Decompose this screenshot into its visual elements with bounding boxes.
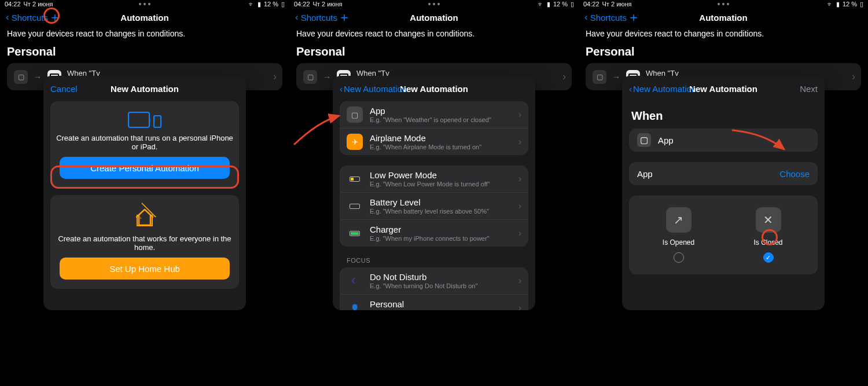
trigger-group-2: Low Power ModeE.g. "When Low Power Mode …: [340, 166, 528, 247]
app-row: ▢ App: [629, 128, 818, 152]
open-icon: ↗: [666, 207, 692, 233]
next-button[interactable]: Next: [800, 84, 818, 94]
app-label: App: [658, 135, 674, 145]
nav-bar: ‹Shortcuts ＋ Automation: [0, 8, 289, 27]
back-shortcuts[interactable]: ‹Shortcuts: [6, 12, 48, 23]
cancel-button[interactable]: Cancel: [50, 84, 78, 94]
app-trigger-modal: ‹New Automation New Automation Next When…: [622, 76, 825, 310]
chevron-right-icon: ›: [518, 109, 521, 120]
back-shortcuts[interactable]: ‹Shortcuts: [295, 12, 337, 23]
chevron-left-icon: ‹: [340, 84, 343, 94]
back-shortcuts[interactable]: ‹Shortcuts: [584, 12, 627, 23]
moon-icon: ☾: [347, 273, 363, 289]
add-automation-button[interactable]: ＋: [627, 11, 640, 24]
trigger-low-power[interactable]: Low Power ModeE.g. "When Low Power Mode …: [340, 166, 528, 193]
closed-radio[interactable]: [763, 252, 774, 263]
nav-bar: ‹Shortcuts ＋ Automation: [289, 8, 579, 27]
home-automation-card: Create an automation that works for ever…: [50, 195, 239, 289]
panel-2: 04:22Чт 2 июня ᯤ▮12 %▯ ‹Shortcuts ＋ Auto…: [289, 0, 579, 386]
home-desc: Create an automation that works for ever…: [56, 234, 233, 252]
modal-title: New Automation: [400, 84, 468, 94]
trigger-group-1: ▢ AppE.g. "When "Weather" is opened or c…: [340, 101, 528, 155]
choose-button[interactable]: Choose: [779, 169, 810, 179]
page-subtitle: Have your devices react to changes in co…: [0, 27, 289, 43]
arrow-icon: →: [34, 72, 42, 82]
when-header: When: [622, 101, 825, 128]
wifi-icon: ᯤ: [538, 1, 544, 8]
placeholder-icon: ▢: [14, 70, 28, 84]
page-title: Automation: [410, 13, 458, 23]
trigger-battery-level[interactable]: Battery LevelE.g. "When battery level ri…: [340, 193, 528, 220]
status-bar: 04:22Чт 2 июня ᯤ▮12 %▯: [579, 0, 868, 8]
devices-icon: [56, 112, 233, 128]
open-close-toggle: ↗ Is Opened ✕ Is Closed: [629, 196, 818, 274]
create-personal-automation-button[interactable]: Create Personal Automation: [60, 157, 230, 179]
nav-bar: ‹Shortcuts ＋ Automation: [579, 8, 868, 27]
trigger-airplane[interactable]: ✈ Airplane ModeE.g. "When Airplane Mode …: [340, 128, 528, 155]
home-icon: [133, 205, 156, 229]
chevron-right-icon: ›: [273, 71, 277, 83]
back-button[interactable]: ‹New Automation: [340, 84, 407, 94]
close-icon: ✕: [756, 207, 781, 233]
panel-3: 04:22Чт 2 июня ᯤ▮12 %▯ ‹Shortcuts ＋ Auto…: [579, 0, 868, 386]
opened-radio[interactable]: [674, 252, 684, 263]
airplane-icon: ✈: [347, 134, 363, 150]
chevron-left-icon: ‹: [6, 12, 9, 23]
person-icon: 👤: [347, 300, 363, 310]
status-bar: 04:22Чт 2 июня ᯤ▮12 %▯: [289, 0, 579, 8]
app-icon: ▢: [347, 106, 363, 123]
wifi-icon: ᯤ: [248, 1, 255, 8]
add-automation-button[interactable]: ＋: [338, 11, 351, 24]
app-field-label: App: [637, 169, 653, 179]
wifi-icon: ᯤ: [827, 1, 833, 8]
modal-title: New Automation: [689, 84, 757, 94]
trigger-app[interactable]: ▢ AppE.g. "When "Weather" is opened or c…: [340, 101, 528, 128]
trigger-dnd[interactable]: ☾ Do Not DisturbE.g. "When turning Do No…: [340, 267, 528, 295]
trigger-charger[interactable]: ChargerE.g. "When my iPhone connects to …: [340, 220, 528, 247]
personal-automation-card: Create an automation that runs on a pers…: [50, 101, 239, 188]
modal-header: Cancel New Automation: [43, 76, 246, 101]
panel-1: 04:22Чт 2 июня ᯤ▮12 %▯ ‹Shortcuts ＋ Auto…: [0, 0, 289, 386]
back-button[interactable]: ‹New Automation: [629, 84, 696, 94]
page-title: Automation: [120, 13, 168, 23]
trigger-list-modal: ‹New Automation New Automation ▢ AppE.g.…: [333, 76, 535, 310]
app-icon: ▢: [637, 133, 651, 147]
charger-icon: [347, 225, 363, 241]
is-closed-option[interactable]: ✕ Is Closed: [723, 207, 813, 263]
setup-home-hub-button[interactable]: Set Up Home Hub: [60, 258, 230, 280]
trigger-group-focus: ☾ Do Not DisturbE.g. "When turning Do No…: [340, 267, 528, 310]
choose-app-row[interactable]: App Choose: [629, 162, 818, 185]
status-bar: 04:22Чт 2 июня ᯤ▮12 %▯: [0, 0, 289, 8]
battery-icon: [347, 198, 363, 214]
section-header: Personal: [0, 43, 289, 63]
new-automation-modal: Cancel New Automation Create an automati…: [43, 76, 246, 310]
trigger-personal-focus[interactable]: 👤 PersonalE.g. "When turning Personal on…: [340, 295, 528, 310]
low-power-icon: [347, 171, 363, 187]
modal-title: New Automation: [111, 84, 179, 94]
focus-label: Focus: [333, 257, 535, 267]
personal-desc: Create an automation that runs on a pers…: [56, 134, 233, 151]
add-automation-button[interactable]: ＋: [49, 11, 61, 24]
is-opened-option[interactable]: ↗ Is Opened: [634, 207, 723, 263]
